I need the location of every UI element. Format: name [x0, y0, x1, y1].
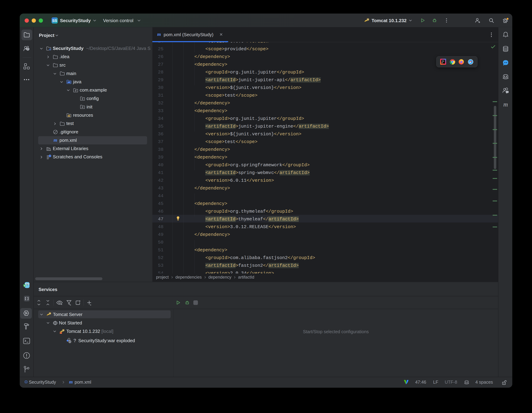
svg-text:IJ: IJ — [442, 60, 444, 62]
svg-text:m: m — [157, 32, 161, 37]
svg-text:?: ? — [27, 48, 28, 51]
svg-text:m: m — [69, 379, 73, 385]
svg-text:m: m — [503, 101, 508, 108]
svg-text:m: m — [54, 138, 57, 143]
